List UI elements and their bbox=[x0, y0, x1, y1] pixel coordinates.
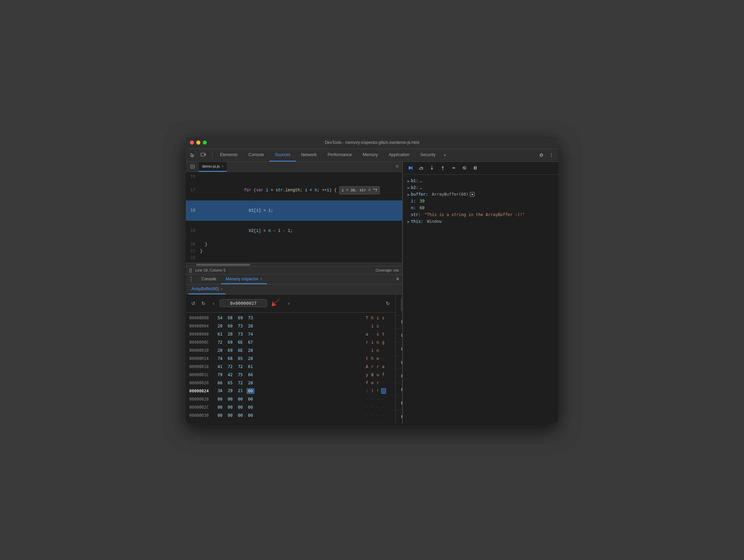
hex-row-0000002C: 0000002C 00 00 00 00 · bbox=[186, 403, 395, 411]
close-button[interactable] bbox=[190, 141, 194, 145]
address-input[interactable] bbox=[220, 299, 267, 307]
left-panel: demo-js.js × 16 17 bbox=[186, 162, 402, 424]
devtools-body: Elements Console Sources Network Perform… bbox=[186, 149, 558, 424]
cursor-icon[interactable] bbox=[189, 151, 197, 159]
addr-prev-btn[interactable]: ‹ bbox=[210, 299, 218, 307]
deactivate-breakpoints-btn[interactable] bbox=[460, 163, 469, 173]
refresh-btn[interactable]: ↻ bbox=[384, 299, 392, 307]
tab-sources[interactable]: Sources bbox=[269, 149, 296, 161]
addr-forward-btn[interactable]: ↻ bbox=[199, 299, 207, 307]
hex-row-00000028: 00000028 00 00 00 00 · bbox=[186, 395, 395, 403]
scope-item-n: n: 60 bbox=[403, 204, 558, 211]
debugger-toolbar bbox=[403, 162, 558, 175]
toolbar-icons bbox=[189, 151, 207, 159]
step-btn[interactable] bbox=[449, 163, 458, 173]
file-tabs: demo-js.js × bbox=[186, 162, 402, 172]
panel-options-icon[interactable]: ⋮ bbox=[189, 276, 194, 282]
hex-row-0000001C: 0000001C 79 42 75 66 y bbox=[186, 371, 395, 379]
arraybuffer-tabs: ArrayBuffer(60) × bbox=[186, 284, 402, 295]
tab-more[interactable]: » bbox=[441, 149, 449, 161]
svg-marker-3 bbox=[409, 166, 412, 170]
pause-on-exceptions-btn[interactable] bbox=[471, 163, 480, 173]
bottom-panel-tabs: ⋮ Console Memory Inspector × × bbox=[186, 274, 402, 284]
code-line-16: 16 bbox=[186, 173, 402, 180]
status-bar: {} Line 18, Column 5 Coverage: n/a bbox=[186, 266, 402, 274]
hex-row-00000024: 00000024 3A 29 21 00 : bbox=[186, 387, 395, 395]
expand-b1-icon[interactable]: ▶ bbox=[408, 179, 410, 183]
titlebar: DevTools - memory-inspector.glitch.me/de… bbox=[186, 137, 558, 149]
svg-rect-1 bbox=[205, 154, 206, 155]
arraybuffer-tab-close[interactable]: × bbox=[221, 287, 223, 291]
code-line-21: 21 } bbox=[186, 248, 402, 255]
address-bar: ↺ ↻ ‹ › ↻ bbox=[186, 295, 395, 313]
svg-rect-4 bbox=[412, 166, 412, 170]
inspector-row-int64: Integer 64-bit dec ▾ 0 bbox=[396, 356, 402, 369]
expand-buffer-icon[interactable]: ▶ bbox=[408, 193, 410, 196]
horizontal-scrollbar[interactable] bbox=[186, 263, 402, 266]
maximize-button[interactable] bbox=[203, 141, 207, 145]
hex-table: 00000000 54 68 69 73 T bbox=[186, 313, 395, 424]
data-inspector-panel: Big Endian ▾ ⚙ Integer 8-bit dec ▾ bbox=[396, 295, 402, 424]
window-title: DevTools - memory-inspector.glitch.me/de… bbox=[325, 140, 419, 145]
tab-security[interactable]: Security bbox=[415, 149, 441, 161]
step-over-btn[interactable] bbox=[416, 163, 426, 173]
step-out-btn[interactable] bbox=[438, 163, 447, 173]
file-tab-demo-js[interactable]: demo-js.js × bbox=[199, 162, 227, 172]
svg-rect-15 bbox=[474, 166, 475, 170]
inspector-row-ptr32: Pointer 32-bit 0x0 → bbox=[396, 396, 402, 410]
expand-sources-icon[interactable] bbox=[189, 163, 197, 171]
device-toggle-icon[interactable] bbox=[199, 151, 207, 159]
inspector-row-float32: Float 32-bit dec ▾ 0.00 bbox=[396, 369, 402, 383]
step-into-btn[interactable] bbox=[427, 163, 437, 173]
hex-row-00000010: 00000010 20 69 6E 20 · bbox=[186, 346, 395, 354]
inspector-row-int16: Integer 16-bit dec ▾ 0 bbox=[396, 329, 402, 342]
tab-console[interactable]: Console bbox=[243, 149, 269, 161]
endian-bar: Big Endian ▾ ⚙ bbox=[396, 295, 402, 315]
code-editor: 16 17 for (var i = str.length; i < n; ++… bbox=[186, 172, 402, 266]
scope-panel: ▶ b1: … ▶ b2: … ▶ buffer: ArrayBuffer(60… bbox=[403, 175, 558, 424]
tab-application[interactable]: Application bbox=[383, 149, 415, 161]
svg-marker-8 bbox=[431, 168, 433, 170]
endian-select[interactable]: Big Endian ▾ bbox=[401, 298, 402, 311]
tab-nav: Elements Console Sources Network Perform… bbox=[215, 149, 448, 161]
tab-console-bottom[interactable]: Console bbox=[197, 275, 221, 284]
arraybuffer-tab-label: ArrayBuffer(60) bbox=[191, 286, 219, 291]
file-tab-close[interactable]: × bbox=[221, 165, 223, 168]
memory-inspector-close[interactable]: × bbox=[260, 277, 262, 281]
more-options-icon[interactable]: ⋮ bbox=[547, 151, 555, 159]
file-tab-expand-icon[interactable] bbox=[395, 164, 399, 170]
hex-row-00000000: 00000000 54 68 69 73 T bbox=[186, 314, 395, 322]
tab-performance[interactable]: Performance bbox=[322, 149, 357, 161]
devtools-toolbar: Elements Console Sources Network Perform… bbox=[186, 149, 558, 162]
line-col-status: Line 18, Column 5 bbox=[195, 268, 225, 272]
arraybuffer-tab[interactable]: ArrayBuffer(60) × bbox=[189, 284, 225, 294]
inspector-row-ptr64: Pointer 64-bit 0x0 → bbox=[396, 410, 402, 424]
tab-elements[interactable]: Elements bbox=[215, 149, 243, 161]
tab-memory[interactable]: Memory bbox=[357, 149, 383, 161]
hex-row-00000020: 00000020 66 65 72 20 f bbox=[186, 379, 395, 387]
tab-network[interactable]: Network bbox=[296, 149, 322, 161]
code-line-22: 22 bbox=[186, 255, 402, 261]
memory-content: ↺ ↻ ‹ › ↻ bbox=[186, 295, 402, 424]
memory-icon[interactable]: ▦ bbox=[470, 192, 475, 197]
code-lines: 16 17 for (var i = str.length; i < n; ++… bbox=[186, 172, 402, 263]
divider bbox=[212, 152, 213, 158]
tab-memory-inspector[interactable]: Memory Inspector × bbox=[221, 275, 267, 284]
format-icon[interactable]: {} bbox=[189, 268, 192, 273]
addr-next-btn[interactable]: › bbox=[285, 299, 293, 307]
addr-back-btn[interactable]: ↺ bbox=[189, 299, 197, 307]
expand-this-icon[interactable]: ▶ bbox=[408, 220, 410, 223]
inspector-row-int32: Integer 32-bit dec ▾ 0 bbox=[396, 342, 402, 356]
status-right: Coverage: n/a bbox=[375, 268, 399, 272]
resume-btn[interactable] bbox=[406, 163, 415, 173]
minimize-button[interactable] bbox=[196, 141, 200, 145]
scrollbar-thumb[interactable] bbox=[196, 264, 250, 266]
scope-item-this: ▶ this: Window bbox=[403, 218, 558, 225]
settings-icon[interactable]: ⚙ bbox=[537, 151, 545, 159]
svg-rect-0 bbox=[201, 153, 204, 156]
close-bottom-panel[interactable]: × bbox=[396, 276, 399, 283]
traffic-lights bbox=[190, 141, 207, 145]
expand-b2-icon[interactable]: ▶ bbox=[408, 186, 410, 190]
status-left: {} Line 18, Column 5 bbox=[189, 268, 225, 273]
hex-row-00000014: 00000014 74 68 65 20 t bbox=[186, 354, 395, 363]
